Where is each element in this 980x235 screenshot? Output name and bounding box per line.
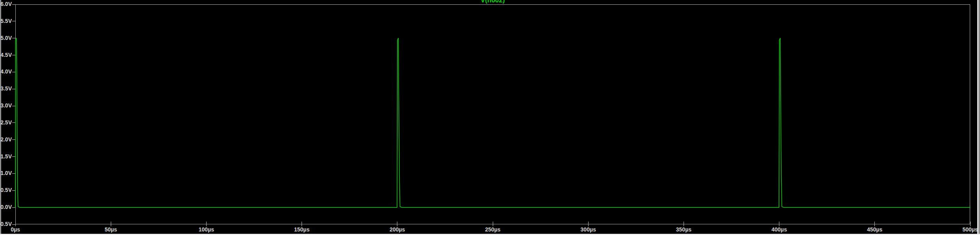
- waveform-canvas: [0, 0, 980, 235]
- waveform-trace[interactable]: [15, 38, 970, 208]
- waveform-viewer-window: V(n002) 6.0V5.5V5.0V4.5V4.0V3.5V3.0V2.5V…: [0, 0, 980, 235]
